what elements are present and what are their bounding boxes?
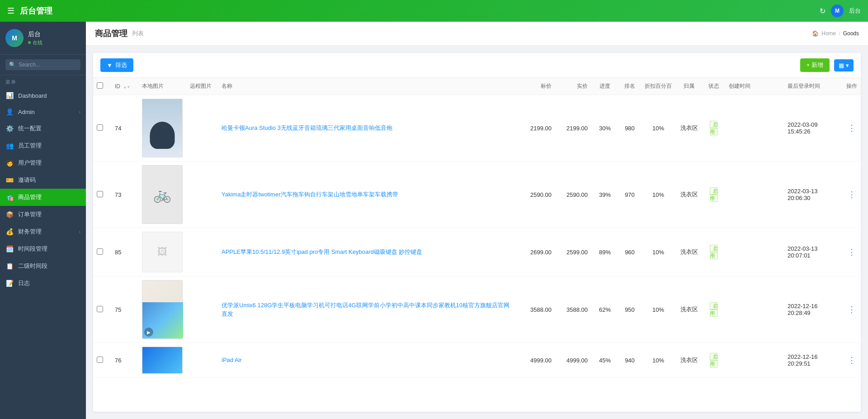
timeslot-icon: 🗓️: [5, 245, 14, 252]
filter-button[interactable]: ▼ 筛选: [100, 58, 133, 72]
avatar: M: [5, 29, 24, 47]
row-local-img: 🖼: [138, 228, 186, 276]
row-progress: 62%: [591, 276, 618, 343]
row-select-checkbox[interactable]: [97, 124, 103, 131]
row-select-checkbox[interactable]: [97, 357, 103, 363]
row-belong: 洗衣区: [675, 276, 703, 343]
action-menu-icon[interactable]: ⋮: [848, 124, 856, 133]
hamburger-icon[interactable]: ☰: [7, 6, 14, 16]
user-avatar-small[interactable]: M: [831, 5, 844, 17]
th-id[interactable]: ID ▲▼: [111, 78, 138, 95]
row-name: Yakima走时器twotimer汽车拖车钩自行车架山地雪地单车架车载携带: [218, 162, 519, 228]
breadcrumb-home[interactable]: Home: [821, 30, 836, 37]
view-toggle-button[interactable]: ▦ ▾: [834, 59, 854, 71]
product-name-link[interactable]: iPad Air: [222, 357, 242, 363]
chevron-right-icon-finance: ›: [79, 229, 80, 234]
row-discount: 10%: [641, 276, 675, 343]
row-create-time: [725, 162, 784, 228]
row-action: ⋮: [843, 162, 861, 228]
search-box: 🔍: [0, 55, 86, 75]
header-right: ↻ M 后台: [820, 5, 861, 17]
row-local-img: [138, 95, 186, 162]
product-image: ▶: [142, 280, 183, 339]
row-create-time: [725, 228, 784, 276]
sidebar-item-log[interactable]: 📝 日志: [0, 275, 86, 292]
row-select-checkbox[interactable]: [97, 248, 103, 255]
search-icon: 🔍: [9, 62, 16, 68]
row-rank: 970: [618, 162, 641, 228]
row-belong: 洗衣区: [675, 343, 703, 378]
sidebar-item-dashboard[interactable]: 📊 Dashboard: [0, 87, 86, 104]
action-menu-icon[interactable]: ⋮: [848, 248, 856, 257]
row-select-checkbox[interactable]: [97, 306, 103, 312]
sidebar-item-sub-timeslot[interactable]: 📋 二级时间段: [0, 257, 86, 275]
chevron-down-icon: ▾: [846, 62, 849, 69]
row-real-price: 2199.00: [555, 95, 591, 162]
sidebar-item-invite[interactable]: 🎫 邀请码: [0, 171, 86, 189]
sidebar-item-finance[interactable]: 💰 财务管理 ›: [0, 223, 86, 240]
sort-icon: ▲▼: [123, 86, 130, 89]
row-discount: 10%: [641, 343, 675, 378]
row-rank: 980: [618, 95, 641, 162]
finance-icon: 💰: [5, 228, 14, 235]
th-name: 名称: [218, 78, 519, 95]
row-status: 启用: [703, 162, 725, 228]
row-rank: 950: [618, 276, 641, 343]
sidebar-item-timeslot[interactable]: 🗓️ 时间段管理: [0, 240, 86, 257]
row-rank: 940: [618, 343, 641, 378]
row-action: ⋮: [843, 95, 861, 162]
status-badge: 启用: [710, 302, 718, 317]
row-create-time: [725, 95, 784, 162]
row-remote-img: [186, 162, 218, 228]
row-price: 4999.00: [519, 343, 555, 378]
main-layout: M 后台 在线 🔍 菜单 📊 Dashboard 👤: [0, 22, 868, 419]
table-row: 75 ▶ 优学派Umix6 128G学生平板电脑学习机可打电话4G联网学前小学初…: [93, 276, 861, 343]
sidebar-item-employee[interactable]: 👥 员工管理: [0, 137, 86, 154]
row-checkbox: [93, 95, 111, 162]
row-rank: 960: [618, 228, 641, 276]
action-menu-icon[interactable]: ⋮: [848, 305, 856, 314]
action-menu-icon[interactable]: ⋮: [848, 190, 856, 199]
row-select-checkbox[interactable]: [97, 191, 103, 197]
select-all-checkbox[interactable]: [97, 82, 103, 89]
row-status: 启用: [703, 276, 725, 343]
sidebar-username: 后台: [28, 30, 42, 38]
product-image: [142, 347, 183, 374]
sidebar: M 后台 在线 🔍 菜单 📊 Dashboard 👤: [0, 22, 86, 419]
product-name-link[interactable]: 优学派Umix6 128G学生平板电脑学习机可打电话4G联网学前小学初中高中课本…: [222, 302, 509, 318]
product-name-link[interactable]: 哈曼卡顿Aura Studio 3无线蓝牙音箱琉璃三代家用桌面音响低音炮: [222, 124, 392, 131]
sidebar-item-order[interactable]: 📦 订单管理: [0, 206, 86, 223]
page-title: 商品管理: [95, 28, 127, 39]
action-menu-icon[interactable]: ⋮: [848, 356, 856, 365]
product-name-link[interactable]: Yakima走时器twotimer汽车拖车钩自行车架山地雪地单车架车载携带: [222, 191, 398, 198]
row-action: ⋮: [843, 228, 861, 276]
sidebar-item-user[interactable]: 🧑 用户管理: [0, 154, 86, 171]
row-last-login: 2022-03-13 20:06:30: [784, 162, 843, 228]
employee-icon: 👥: [5, 142, 14, 149]
products-table: ID ▲▼ 本地图片 远程图片 名称 标价 实价 进度 排名: [93, 78, 861, 378]
row-id: 76: [111, 343, 138, 378]
content-area: 商品管理 列表 🏠 Home / Goods ▼ 筛选 + 新增: [86, 22, 868, 419]
sidebar-item-goods[interactable]: 🛍️ 商品管理: [0, 189, 86, 206]
row-remote-img: [186, 228, 218, 276]
refresh-icon[interactable]: ↻: [820, 7, 826, 15]
chevron-right-icon: ›: [79, 110, 80, 114]
row-local-img: ▶: [138, 276, 186, 343]
status-badge: 启用: [710, 121, 718, 135]
search-input[interactable]: [19, 62, 77, 68]
product-name-link[interactable]: APPLE苹果10.5/11/12.9英寸ipad pro专用 Smart Ke…: [222, 248, 422, 255]
row-create-time: [725, 276, 784, 343]
th-progress: 进度: [591, 78, 618, 95]
app-title: 后台管理: [20, 5, 52, 16]
status-badge: 启用: [710, 245, 718, 259]
row-remote-img: [186, 276, 218, 343]
row-action: ⋮: [843, 343, 861, 378]
add-button[interactable]: + 新增: [800, 58, 830, 72]
product-image: 🚲: [142, 165, 183, 224]
sidebar-item-unified-config[interactable]: ⚙️ 统一配置: [0, 120, 86, 137]
user-icon: 🧑: [5, 159, 14, 167]
row-id: 74: [111, 95, 138, 162]
row-id: 75: [111, 276, 138, 343]
sidebar-item-admin[interactable]: 👤 Admin ›: [0, 104, 86, 120]
row-last-login: 2022-12-16 20:28:49: [784, 276, 843, 343]
